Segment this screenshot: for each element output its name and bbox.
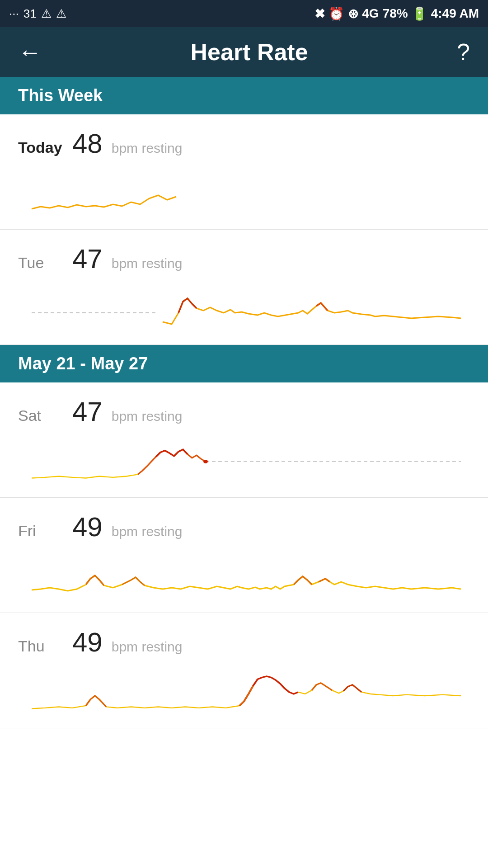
status-left: ··· 31 ⚠ ⚠ [9,7,66,21]
page-title: Heart Rate [190,38,308,66]
status-right: ✖ ⏰ ⊛ 4G 78% 🔋 4:49 AM [314,6,479,21]
bpm-label-sat: bpm resting [112,409,183,424]
day-name-thu: Thu [18,637,63,655]
bpm-value-tue: 47 [72,243,103,274]
calendar-icon: 31 [23,7,37,21]
warning-icon-1: ⚠ [41,7,52,21]
bpm-value-sat: 47 [72,396,103,427]
bpm-value-thu: 49 [72,627,103,658]
day-row-thu: Thu 49 bpm resting [0,613,488,728]
warning-icon-2: ⚠ [56,7,66,21]
status-bar: ··· 31 ⚠ ⚠ ✖ ⏰ ⊛ 4G 78% 🔋 4:49 AM [0,0,488,27]
bpm-label-fri: bpm resting [112,524,183,539]
chart-tue [18,281,470,340]
battery-icon: 🔋 [412,6,427,21]
bpm-label-today: bpm resting [112,141,183,156]
day-row-sat: Sat 47 bpm resting [0,382,488,498]
wifi-icon: ⊛ [348,6,358,21]
chart-area-fri [18,549,470,608]
chart-area-today [18,166,470,225]
day-row-fri: Fri 49 bpm resting [0,498,488,613]
day-row-tue: Tue 47 bpm resting [0,230,488,345]
chart-today [18,166,470,225]
back-button[interactable]: ← [18,38,42,66]
alarm-icon: ⏰ [328,6,344,21]
day-name-sat: Sat [18,407,63,425]
svg-point-2 [203,460,208,463]
notification-dots: ··· [9,7,19,21]
bpm-label-thu: bpm resting [112,639,183,655]
signal-icon: 4G [362,6,379,21]
help-button[interactable]: ? [457,38,470,66]
chart-thu [18,665,470,723]
chart-sat [18,434,470,493]
day-name-tue: Tue [18,254,63,272]
bluetooth-icon: ✖ [314,6,325,21]
chart-fri [18,549,470,608]
day-name-today: Today [18,139,63,156]
bpm-label-tue: bpm resting [112,256,183,271]
section-header-may: May 21 - May 27 [0,345,488,382]
section-header-this-week: This Week [0,77,488,114]
day-row-today: Today 48 bpm resting [0,114,488,230]
bpm-value-today: 48 [72,128,103,159]
day-name-fri: Fri [18,522,63,540]
chart-area-tue [18,281,470,340]
chart-area-sat [18,434,470,493]
time: 4:49 AM [431,6,479,21]
top-nav: ← Heart Rate ? [0,27,488,77]
bpm-value-fri: 49 [72,511,103,542]
chart-area-thu [18,665,470,723]
battery-percent: 78% [383,6,408,21]
